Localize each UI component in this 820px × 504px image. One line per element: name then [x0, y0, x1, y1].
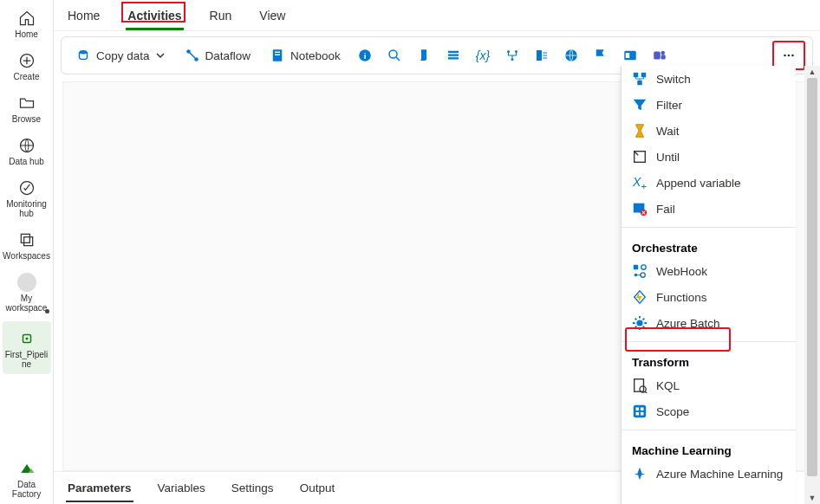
- toolbar-branch-icon[interactable]: [500, 43, 524, 68]
- nav-create[interactable]: Create: [3, 48, 51, 87]
- svg-rect-28: [661, 55, 665, 59]
- nav-label: Workspaces: [3, 251, 50, 261]
- btab-settings[interactable]: Settings: [230, 476, 276, 500]
- azure-batch-icon: [632, 315, 648, 331]
- svg-rect-46: [636, 408, 640, 411]
- tab-run[interactable]: Run: [208, 3, 234, 28]
- nav-label: First_Pipeli ne: [5, 350, 48, 369]
- nav-home[interactable]: Home: [3, 5, 51, 44]
- nav-label: My workspace: [6, 294, 48, 313]
- svg-point-27: [661, 51, 665, 55]
- dd-filter[interactable]: Filter: [622, 92, 796, 118]
- dd-until[interactable]: Until: [622, 144, 796, 170]
- dd-webhook[interactable]: WebHook: [622, 258, 796, 284]
- dd-head-orchestrate: Orchestrate: [622, 233, 796, 258]
- nav-label: Create: [13, 72, 39, 81]
- svg-point-7: [80, 50, 88, 55]
- svg-rect-25: [626, 53, 630, 58]
- nav-browse[interactable]: Browse: [3, 90, 51, 129]
- svg-point-6: [25, 338, 28, 340]
- copy-data-button[interactable]: Copy data: [68, 44, 172, 67]
- dd-functions[interactable]: Functions: [622, 284, 796, 310]
- nav-label: Browse: [12, 114, 41, 124]
- toolbar-script-icon[interactable]: [412, 43, 436, 68]
- svg-point-40: [635, 274, 638, 277]
- dd-aml[interactable]: Azure Machine Learning: [622, 461, 796, 487]
- toolbar-flag-icon[interactable]: [589, 43, 613, 68]
- svg-rect-22: [537, 50, 542, 61]
- nav-monitoring-hub[interactable]: Monitoring hub: [3, 175, 51, 223]
- toolbar-stored-proc-icon[interactable]: [530, 43, 554, 68]
- dataflow-icon: [185, 48, 200, 63]
- functions-icon: [632, 289, 648, 305]
- svg-rect-48: [636, 412, 640, 416]
- webhook-icon: [632, 263, 648, 279]
- nav-label: Data hub: [9, 157, 44, 166]
- notebook-button[interactable]: Notebook: [263, 44, 348, 67]
- btab-variables[interactable]: Variables: [156, 476, 207, 500]
- nav-label: Monitoring hub: [6, 199, 47, 218]
- tab-home[interactable]: Home: [66, 3, 101, 28]
- tab-view[interactable]: View: [257, 3, 287, 28]
- svg-rect-3: [21, 234, 29, 242]
- toolbar-search-icon[interactable]: [382, 43, 407, 68]
- toolbar-variable-icon[interactable]: {x}: [471, 43, 495, 68]
- nav-my-workspace[interactable]: My workspace: [3, 269, 51, 318]
- svg-point-39: [641, 265, 646, 269]
- copy-data-icon: [75, 48, 91, 63]
- nav-data-factory[interactable]: Data Factory: [3, 456, 51, 504]
- dd-scope[interactable]: Scope: [622, 398, 796, 424]
- toolbar-teams-icon[interactable]: [648, 43, 672, 68]
- aml-icon: [632, 466, 648, 481]
- btab-parameters[interactable]: Parameters: [66, 476, 133, 500]
- factory-icon: [17, 459, 36, 478]
- dd-append-variable[interactable]: X+Append variable: [622, 170, 796, 196]
- dd-switch[interactable]: Switch: [622, 66, 796, 92]
- toolbar-outlook-icon[interactable]: [618, 43, 642, 68]
- dd-azure-batch[interactable]: Azure Batch: [622, 310, 796, 336]
- top-tabs: Home Activities Run View: [54, 0, 820, 31]
- svg-rect-34: [637, 81, 641, 85]
- plus-circle-icon: [17, 51, 36, 70]
- activities-more-dropdown: Switch Filter Wait Until X+Append variab…: [621, 66, 796, 504]
- svg-point-29: [784, 55, 786, 57]
- pipeline-icon: [17, 329, 36, 348]
- toolbar-web-icon[interactable]: [559, 43, 583, 68]
- svg-rect-11: [275, 52, 280, 54]
- nav-label: Data Factory: [3, 480, 51, 499]
- append-var-icon: X+: [632, 175, 648, 191]
- workspaces-icon: [17, 230, 36, 249]
- svg-rect-33: [641, 73, 646, 77]
- nav-data-hub[interactable]: Data hub: [3, 132, 51, 171]
- main-area: Home Activities Run View Copy data Dataf…: [54, 0, 820, 504]
- chevron-down-icon: [155, 50, 166, 61]
- svg-rect-26: [654, 52, 661, 60]
- svg-point-30: [788, 55, 791, 57]
- svg-point-21: [511, 58, 513, 61]
- filter-icon: [632, 97, 648, 113]
- dataflow-button[interactable]: Dataflow: [178, 44, 258, 67]
- dd-kql[interactable]: KQL: [622, 372, 796, 398]
- copy-data-label: Copy data: [96, 49, 150, 62]
- left-nav: Home Create Browse Data hub Monitoring h…: [0, 0, 54, 504]
- dd-fail[interactable]: Fail: [622, 196, 796, 222]
- svg-point-20: [515, 50, 517, 53]
- btab-output[interactable]: Output: [298, 476, 337, 500]
- svg-rect-38: [634, 265, 638, 269]
- svg-point-31: [791, 55, 794, 57]
- nav-workspaces[interactable]: Workspaces: [3, 227, 51, 266]
- nav-first-pipeline[interactable]: First_Pipeli ne: [3, 321, 51, 374]
- dd-wait[interactable]: Wait: [622, 118, 796, 144]
- notebook-icon: [270, 48, 285, 63]
- scope-icon: [632, 404, 648, 419]
- fail-icon: [632, 201, 648, 216]
- globe-icon: [17, 136, 36, 155]
- hourglass-icon: [632, 123, 648, 139]
- dropdown-scrollbar[interactable]: ▲ ▼: [804, 66, 820, 504]
- toolbar-info-icon[interactable]: i: [353, 43, 377, 68]
- toolbar-list-icon[interactable]: [441, 43, 465, 68]
- tab-activities[interactable]: Activities: [126, 3, 183, 28]
- kql-icon: [632, 378, 648, 393]
- switch-icon: [632, 71, 648, 87]
- dataflow-label: Dataflow: [205, 49, 251, 62]
